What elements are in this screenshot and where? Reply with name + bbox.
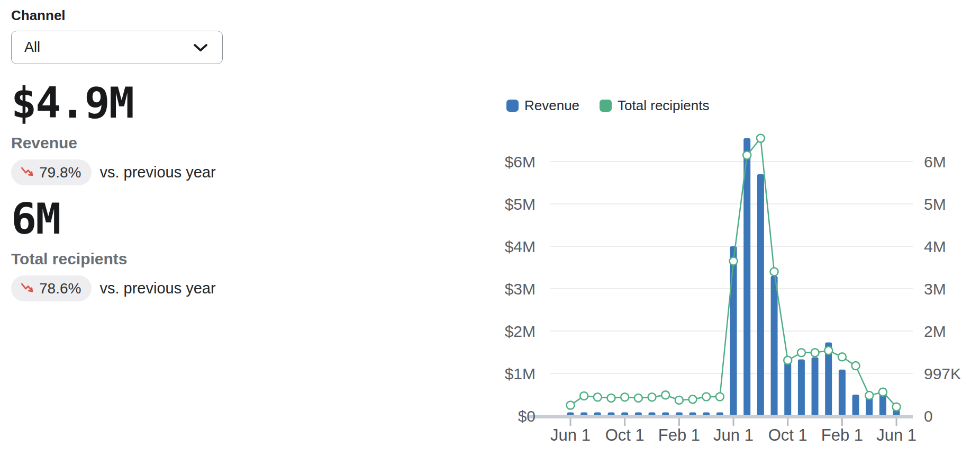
recipients-delta-value: 78.6% xyxy=(39,280,81,297)
left-axis-label: $2M xyxy=(505,323,536,340)
recipients-marker-18[interactable] xyxy=(811,349,819,356)
x-tick-label: Oct 1 xyxy=(605,426,645,444)
channel-select-value: All xyxy=(24,39,40,56)
revenue-bar-12[interactable] xyxy=(730,246,737,418)
left-axis-label: $1M xyxy=(505,365,536,382)
left-axis-label: $6M xyxy=(505,153,536,171)
revenue-delta-badge: 79.8% xyxy=(11,159,92,185)
right-axis-label: 2M xyxy=(924,323,946,340)
revenue-recipients-chart[interactable]: Jun 1Oct 1Feb 1Jun 1Oct 1Feb 1Jun 1$0$1M… xyxy=(497,79,968,450)
revenue-delta-row: 79.8% vs. previous year xyxy=(11,159,286,185)
revenue-bar-14[interactable] xyxy=(757,174,764,418)
recipients-marker-12[interactable] xyxy=(730,257,738,265)
right-axis-label: 0 xyxy=(924,407,933,425)
x-tick-label: Feb 1 xyxy=(658,426,700,444)
recipients-value: 6M xyxy=(11,195,286,244)
recipients-marker-2[interactable] xyxy=(594,393,602,401)
chevron-down-icon xyxy=(193,42,208,53)
recipients-marker-4[interactable] xyxy=(621,393,629,401)
right-axis-label: 4M xyxy=(924,238,946,255)
trend-down-icon xyxy=(20,281,34,296)
recipients-marker-7[interactable] xyxy=(661,391,669,399)
recipients-comparison: vs. previous year xyxy=(99,280,215,297)
left-axis-label: $3M xyxy=(505,280,536,298)
recipients-marker-0[interactable] xyxy=(567,401,575,409)
metrics-panel: Channel All $4.9M Revenue 79.8% vs. prev… xyxy=(11,7,286,301)
recipients-marker-10[interactable] xyxy=(702,393,710,401)
right-axis-label: 3M xyxy=(924,280,946,298)
recipients-marker-19[interactable] xyxy=(824,346,832,354)
recipients-marker-16[interactable] xyxy=(784,356,792,364)
left-axis-label: $4M xyxy=(505,238,536,255)
recipients-marker-9[interactable] xyxy=(689,395,697,403)
revenue-bar-16[interactable] xyxy=(784,362,791,418)
legend-label: Total recipients xyxy=(618,97,709,114)
revenue-value: $4.9M xyxy=(11,79,286,128)
legend-item-total-recipients[interactable]: Total recipients xyxy=(600,97,709,114)
chart-legend: Revenue Total recipients xyxy=(506,97,710,114)
trend-down-icon xyxy=(20,165,34,180)
recipients-marker-11[interactable] xyxy=(716,393,724,401)
recipients-swatch-icon xyxy=(600,100,612,112)
channel-select[interactable]: All xyxy=(11,31,223,64)
revenue-delta-value: 79.8% xyxy=(39,164,81,181)
recipients-marker-1[interactable] xyxy=(580,392,588,400)
revenue-bar-15[interactable] xyxy=(771,276,778,418)
combo-chart-svg[interactable]: Jun 1Oct 1Feb 1Jun 1Oct 1Feb 1Jun 1$0$1M… xyxy=(497,79,968,450)
recipients-marker-23[interactable] xyxy=(879,388,887,396)
recipients-delta-row: 78.6% vs. previous year xyxy=(11,275,286,301)
right-axis-label: 5M xyxy=(924,195,946,213)
revenue-swatch-icon xyxy=(506,100,519,112)
recipients-marker-20[interactable] xyxy=(838,353,846,361)
x-tick-label: Jun 1 xyxy=(713,426,754,444)
recipients-label: Total recipients xyxy=(11,250,286,268)
recipients-marker-22[interactable] xyxy=(865,391,873,399)
revenue-bar-17[interactable] xyxy=(798,360,805,418)
recipients-marker-3[interactable] xyxy=(607,394,615,402)
x-tick-label: Oct 1 xyxy=(768,426,807,444)
recipients-delta-badge: 78.6% xyxy=(11,275,92,301)
left-axis-label: $0 xyxy=(518,407,536,425)
recipients-marker-5[interactable] xyxy=(634,394,642,402)
revenue-bar-21[interactable] xyxy=(852,395,859,418)
recipients-marker-14[interactable] xyxy=(757,135,765,142)
recipients-marker-24[interactable] xyxy=(893,403,901,411)
x-tick-label: Feb 1 xyxy=(821,426,863,444)
legend-label: Revenue xyxy=(524,97,579,114)
recipients-marker-21[interactable] xyxy=(852,362,860,370)
revenue-bar-13[interactable] xyxy=(743,138,750,418)
revenue-bar-20[interactable] xyxy=(839,370,846,418)
recipients-marker-13[interactable] xyxy=(743,151,751,159)
right-axis-label: 6M xyxy=(924,153,946,171)
revenue-label: Revenue xyxy=(11,134,286,152)
revenue-comparison: vs. previous year xyxy=(99,164,215,181)
revenue-bar-18[interactable] xyxy=(812,358,819,418)
legend-item-revenue[interactable]: Revenue xyxy=(506,97,579,114)
recipients-marker-15[interactable] xyxy=(770,268,778,276)
x-tick-label: Jun 1 xyxy=(550,426,591,444)
recipients-marker-8[interactable] xyxy=(675,396,683,404)
recipients-marker-6[interactable] xyxy=(648,393,656,401)
right-axis-label: 997K xyxy=(924,365,961,382)
recipients-marker-17[interactable] xyxy=(797,349,805,356)
channel-label: Channel xyxy=(11,7,286,24)
x-tick-label: Jun 1 xyxy=(876,426,917,444)
left-axis-label: $5M xyxy=(505,195,536,213)
